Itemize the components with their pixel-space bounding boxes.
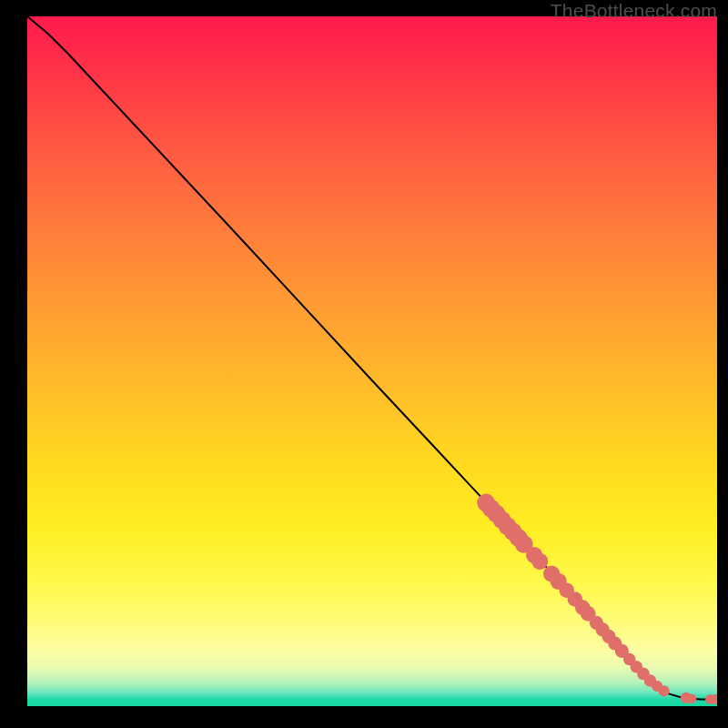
chart-svg xyxy=(27,16,717,706)
marker-dot xyxy=(531,553,548,570)
curve-line xyxy=(27,16,717,699)
curve-markers xyxy=(477,494,717,704)
marker-dot xyxy=(687,693,697,703)
chart-frame: TheBottleneck.com xyxy=(0,0,728,728)
marker-dot xyxy=(659,685,670,696)
plot-area xyxy=(27,16,717,706)
watermark-text: TheBottleneck.com xyxy=(551,0,717,22)
